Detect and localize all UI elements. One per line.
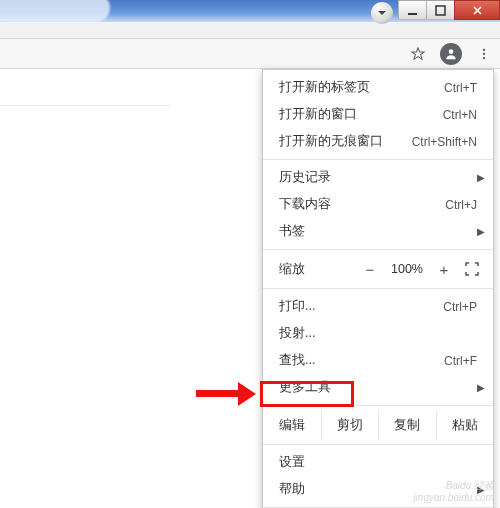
- paste-button[interactable]: 粘贴: [436, 410, 493, 440]
- menu-label: 打开新的标签页: [279, 79, 444, 96]
- menu-history[interactable]: 历史记录▶: [263, 164, 493, 191]
- svg-point-3: [449, 49, 454, 54]
- menu-label: 历史记录: [279, 169, 477, 186]
- submenu-arrow-icon: ▶: [477, 172, 485, 183]
- menu-new-tab[interactable]: 打开新的标签页Ctrl+T: [263, 74, 493, 101]
- menu-print[interactable]: 打印...Ctrl+P: [263, 293, 493, 320]
- shortcut: Ctrl+T: [444, 81, 477, 95]
- svg-point-4: [483, 48, 485, 50]
- zoom-in-button[interactable]: +: [433, 258, 455, 280]
- menu-label: 更多工具: [279, 379, 477, 396]
- menu-settings[interactable]: 设置: [263, 449, 493, 476]
- menu-separator: [263, 444, 493, 445]
- shortcut: Ctrl+N: [443, 108, 477, 122]
- menu-label: 打印...: [279, 298, 443, 315]
- zoom-label: 缩放: [279, 261, 353, 278]
- svg-point-6: [483, 56, 485, 58]
- shortcut: Ctrl+J: [445, 198, 477, 212]
- menu-downloads[interactable]: 下载内容Ctrl+J: [263, 191, 493, 218]
- zoom-value: 100%: [387, 262, 427, 276]
- copy-button[interactable]: 复制: [378, 410, 435, 440]
- menu-edit-row: 编辑 剪切 复制 粘贴: [263, 410, 493, 440]
- profile-avatar[interactable]: [440, 43, 462, 65]
- tab-strip: [0, 22, 500, 39]
- page-divider: [0, 105, 170, 106]
- submenu-arrow-icon: ▶: [477, 484, 485, 495]
- menu-cast[interactable]: 投射...: [263, 320, 493, 347]
- edit-label: 编辑: [263, 410, 321, 440]
- menu-label: 书签: [279, 223, 477, 240]
- cut-button[interactable]: 剪切: [321, 410, 378, 440]
- maximize-button[interactable]: [426, 0, 455, 20]
- menu-bookmarks[interactable]: 书签▶: [263, 218, 493, 245]
- menu-label: 查找...: [279, 352, 444, 369]
- menu-separator: [263, 159, 493, 160]
- minimize-button[interactable]: [398, 0, 427, 20]
- menu-more-tools[interactable]: 更多工具▶: [263, 374, 493, 401]
- menu-separator: [263, 405, 493, 406]
- svg-marker-0: [378, 11, 386, 15]
- menu-new-window[interactable]: 打开新的窗口Ctrl+N: [263, 101, 493, 128]
- shortcut: Ctrl+P: [443, 300, 477, 314]
- window-controls: [371, 0, 500, 24]
- chrome-avatar-orb[interactable]: [371, 2, 393, 24]
- star-icon[interactable]: [408, 44, 428, 64]
- menu-label: 投射...: [279, 325, 477, 342]
- menu-label: 打开新的无痕窗口: [279, 133, 412, 150]
- shortcut: Ctrl+F: [444, 354, 477, 368]
- svg-point-5: [483, 52, 485, 54]
- menu-incognito[interactable]: 打开新的无痕窗口Ctrl+Shift+N: [263, 128, 493, 155]
- zoom-out-button[interactable]: −: [359, 258, 381, 280]
- chrome-main-menu: 打开新的标签页Ctrl+T 打开新的窗口Ctrl+N 打开新的无痕窗口Ctrl+…: [262, 69, 494, 508]
- menu-icon[interactable]: [474, 44, 494, 64]
- browser-toolbar: [0, 39, 500, 69]
- submenu-arrow-icon: ▶: [477, 226, 485, 237]
- page-content: 打开新的标签页Ctrl+T 打开新的窗口Ctrl+N 打开新的无痕窗口Ctrl+…: [0, 69, 500, 508]
- menu-help[interactable]: 帮助▶: [263, 476, 493, 503]
- menu-separator: [263, 249, 493, 250]
- svg-rect-1: [408, 13, 417, 15]
- submenu-arrow-icon: ▶: [477, 382, 485, 393]
- menu-separator: [263, 288, 493, 289]
- menu-zoom-row: 缩放 − 100% +: [263, 254, 493, 284]
- desktop-wallpaper: [0, 0, 500, 22]
- shortcut: Ctrl+Shift+N: [412, 135, 477, 149]
- menu-find[interactable]: 查找...Ctrl+F: [263, 347, 493, 374]
- cloud-decoration: [0, 0, 110, 22]
- close-button[interactable]: [454, 0, 500, 20]
- menu-label: 下载内容: [279, 196, 445, 213]
- svg-rect-2: [436, 6, 445, 15]
- annotation-arrow: [196, 381, 260, 407]
- fullscreen-icon[interactable]: [461, 258, 483, 280]
- menu-label: 设置: [279, 454, 477, 471]
- menu-label: 帮助: [279, 481, 477, 498]
- menu-label: 打开新的窗口: [279, 106, 443, 123]
